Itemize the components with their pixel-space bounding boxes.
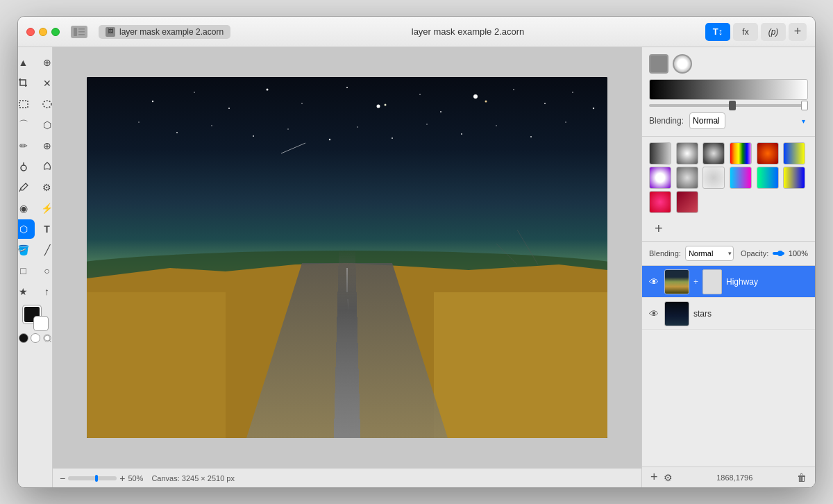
sharpen-tool[interactable]: ⚡ xyxy=(36,199,53,218)
preset-radial-warm[interactable] xyxy=(757,142,779,165)
layer-item-highway[interactable]: 👁 + Highway xyxy=(642,266,815,298)
zoom-in-button[interactable]: + xyxy=(119,473,125,484)
layers-blend-select[interactable]: Normal Multiply Screen Overlay xyxy=(685,246,734,261)
status-bar: − + 50% Canvas: 3245 × 2510 px xyxy=(53,468,641,487)
svg-point-37 xyxy=(426,124,428,125)
zoom-tool[interactable]: ⊕ xyxy=(36,53,53,72)
canvas-image[interactable] xyxy=(87,77,607,438)
opacity-slider[interactable] xyxy=(773,252,784,255)
effects-button[interactable]: fx xyxy=(733,23,758,41)
preset-radial-soft[interactable] xyxy=(676,142,698,165)
close-button[interactable] xyxy=(26,28,35,36)
preset-red-pink[interactable] xyxy=(649,191,671,213)
radial-gradient-mode-button[interactable] xyxy=(673,54,692,74)
crop-tool[interactable] xyxy=(18,74,35,93)
pencil-tool[interactable]: ╱ xyxy=(36,240,53,260)
left-toolbar: ▲ ⊕ ✕ xyxy=(18,47,53,487)
preset-radial-gray[interactable] xyxy=(702,142,725,165)
preset-bw-linear[interactable] xyxy=(649,142,671,165)
svg-point-9 xyxy=(44,335,50,341)
svg-point-23 xyxy=(473,94,478,99)
sidebar-toggle-button[interactable] xyxy=(71,26,87,38)
tool-row-11: □ ○ xyxy=(18,261,53,280)
tool-row-8: ◉ ⚡ xyxy=(18,199,53,218)
blur-tool[interactable]: ◉ xyxy=(18,199,35,218)
preset-radial-purple[interactable] xyxy=(649,167,671,189)
gradient-tool[interactable]: ⬡ xyxy=(18,219,35,239)
preset-cyan-magenta[interactable] xyxy=(730,167,752,189)
transform-tool[interactable]: ✕ xyxy=(36,74,53,93)
paint-bucket-tool[interactable]: 🪣 xyxy=(18,240,35,260)
dodge-tool[interactable] xyxy=(18,157,35,176)
layer-settings-button[interactable]: ⚙ xyxy=(661,472,675,483)
layers-blending-label: Blending: xyxy=(649,249,681,258)
svg-point-22 xyxy=(440,111,441,112)
preset-light-gray[interactable] xyxy=(702,167,725,189)
zoom-percent: 50% xyxy=(128,474,143,482)
svg-point-16 xyxy=(267,89,269,91)
zoom-swatch[interactable] xyxy=(43,334,51,342)
eyedropper-tool[interactable] xyxy=(18,178,35,197)
gradient-slider-track[interactable] xyxy=(649,104,808,107)
svg-line-50 xyxy=(352,334,357,369)
layer-coords: 1868,1796 xyxy=(675,473,794,482)
black-swatch[interactable] xyxy=(19,333,28,343)
minimize-button[interactable] xyxy=(39,28,47,36)
linear-gradient-mode-button[interactable] xyxy=(649,54,668,74)
preset-green-blue[interactable] xyxy=(757,167,779,189)
ellipse-select-tool[interactable] xyxy=(36,94,53,114)
svg-point-38 xyxy=(461,133,462,135)
zoom-slider-thumb xyxy=(95,475,98,482)
add-layer-button[interactable]: + xyxy=(648,470,661,485)
preset-gray-soft[interactable] xyxy=(676,167,698,189)
preset-rainbow[interactable] xyxy=(730,142,752,165)
titlebar: 🖼 layer mask example 2.acorn layer mask … xyxy=(18,17,815,47)
svg-point-17 xyxy=(301,103,303,104)
preset-blue-yellow[interactable] xyxy=(783,142,805,165)
clone-tool[interactable]: ⊕ xyxy=(36,136,53,156)
layer-item-stars[interactable]: 👁 stars xyxy=(642,298,815,330)
zoom-out-button[interactable]: − xyxy=(60,473,65,484)
arrow-shape-tool[interactable]: ↑ xyxy=(36,282,53,301)
layer-name-highway: Highway xyxy=(726,277,809,287)
layer-thumbnail-stars xyxy=(664,301,689,326)
background-color[interactable] xyxy=(34,317,48,330)
ellipse-shape-tool[interactable]: ○ xyxy=(36,261,53,280)
rect-select-tool[interactable] xyxy=(18,94,35,114)
gradient-slider-thumb[interactable] xyxy=(729,101,736,110)
gradient-slider-end[interactable] xyxy=(801,101,808,110)
document-tab[interactable]: 🖼 layer mask example 2.acorn xyxy=(99,25,230,39)
layer-visibility-toggle-stars[interactable]: 👁 xyxy=(648,308,660,320)
lasso-tool[interactable]: ⌒ xyxy=(18,115,35,135)
blending-select[interactable]: Normal Multiply Screen Overlay xyxy=(689,112,725,129)
polygon-lasso-tool[interactable]: ⬡ xyxy=(36,115,53,135)
svg-rect-3 xyxy=(78,34,85,35)
delete-layer-button[interactable]: 🗑 xyxy=(794,472,809,483)
layer-name-stars: stars xyxy=(693,309,809,319)
brush-tool[interactable]: ✏ xyxy=(18,136,35,156)
color-preview[interactable] xyxy=(23,305,48,330)
preset-yellow-blue[interactable] xyxy=(783,167,805,189)
burn-tool[interactable] xyxy=(36,157,53,176)
add-preset-button[interactable]: + xyxy=(648,219,809,238)
svg-point-20 xyxy=(385,104,387,106)
titlebar-actions: T↕ fx (p) + xyxy=(705,23,807,41)
rect-shape-tool[interactable]: □ xyxy=(18,261,35,280)
p-button[interactable]: (p) xyxy=(761,23,786,41)
maximize-button[interactable] xyxy=(51,28,60,36)
gradient-preview-bar[interactable] xyxy=(649,79,808,100)
svg-point-24 xyxy=(485,101,487,103)
text-tool[interactable]: T xyxy=(36,219,53,239)
add-preset-row: + xyxy=(642,219,815,241)
add-panel-button[interactable]: + xyxy=(789,23,807,41)
layer-visibility-toggle-highway[interactable]: 👁 xyxy=(648,276,660,288)
svg-point-26 xyxy=(544,103,546,104)
star-tool[interactable]: ★ xyxy=(18,282,35,301)
zoom-controls[interactable]: − + 50% xyxy=(60,473,143,484)
zoom-slider-track[interactable] xyxy=(68,476,117,480)
arrow-tool[interactable]: ▲ xyxy=(18,53,35,72)
white-swatch[interactable] xyxy=(31,333,40,343)
text-tool-button[interactable]: T↕ xyxy=(705,23,730,41)
smudge-tool[interactable]: ⚙ xyxy=(36,178,53,197)
preset-dark-red[interactable] xyxy=(676,191,698,213)
